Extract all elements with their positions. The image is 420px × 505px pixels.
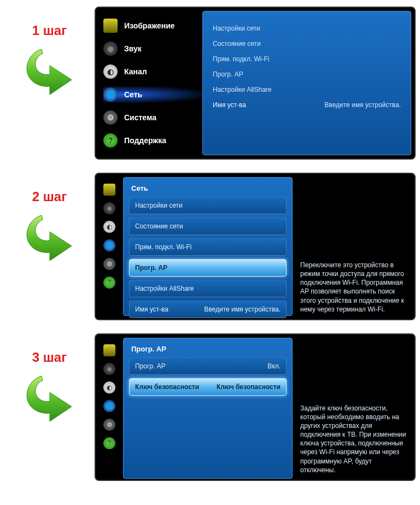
- menu-item-network[interactable]: 🌐 Сеть: [103, 86, 202, 103]
- step-arrow-icon: [20, 43, 80, 97]
- network-panel: Сеть Настройки сети Состояние сети Прям.…: [123, 177, 293, 316]
- submenu-item-status[interactable]: Состояние сети: [213, 40, 401, 48]
- step-3-label: 3 шаг: [32, 350, 67, 365]
- step-arrow-icon: [20, 209, 80, 263]
- channel-icon: ◐: [103, 64, 118, 79]
- menu-item-channel[interactable]: ◐ Канал: [103, 63, 202, 80]
- network-icon[interactable]: 🌐: [103, 239, 115, 251]
- menu-label: Изображение: [124, 21, 175, 30]
- icon-rail: ◉ ◐ 🌐 ⚙ ?: [96, 334, 123, 480]
- opt-settings[interactable]: Настройки сети: [129, 197, 287, 214]
- menu-item-sound[interactable]: ◉ Звук: [103, 40, 202, 57]
- network-icon[interactable]: 🌐: [103, 400, 115, 412]
- submenu-item-direct[interactable]: Прям. подкл. Wi-Fi: [213, 55, 401, 63]
- submenu-item-settings[interactable]: Настройки сети: [213, 25, 401, 32]
- submenu-item-softap[interactable]: Прогр. AP: [213, 71, 401, 78]
- sound-icon: ◉: [103, 42, 118, 56]
- network-icon: 🌐: [103, 87, 118, 102]
- network-submenu: Настройки сети Состояние сети Прям. подк…: [202, 11, 411, 155]
- info-text-step2: Переключите это устройство в режим точки…: [293, 174, 415, 319]
- tv-screen-step3: ◉ ◐ 🌐 ⚙ ? Прогр. AP Прогр. AP Вкл. Ключ …: [95, 333, 416, 481]
- menu-item-system[interactable]: ⚙ Система: [103, 109, 202, 126]
- menu-label: Поддержка: [124, 136, 166, 145]
- support-icon: ?: [103, 133, 118, 148]
- channel-icon[interactable]: ◐: [103, 221, 115, 233]
- step-2-label: 2 шаг: [32, 189, 67, 204]
- icon-rail: ◉ ◐ 🌐 ⚙ ?: [96, 174, 123, 319]
- opt-status[interactable]: Состояние сети: [129, 218, 287, 235]
- system-icon[interactable]: ⚙: [103, 258, 115, 270]
- opt-direct[interactable]: Прям. подкл. Wi-Fi: [129, 238, 287, 256]
- opt-devname[interactable]: Имя уст-ва Введите имя устройства.: [129, 301, 287, 318]
- support-icon[interactable]: ?: [103, 437, 115, 449]
- menu-label: Система: [124, 113, 156, 122]
- menu-item-support[interactable]: ? Поддержка: [103, 132, 202, 149]
- step-arrow-icon: [20, 369, 80, 424]
- opt-softap[interactable]: Прогр. AP: [129, 259, 287, 277]
- opt-softap-toggle[interactable]: Прогр. AP Вкл.: [129, 357, 287, 375]
- submenu-item-devname[interactable]: Имя уст-ва Введите имя устройства.: [213, 101, 401, 109]
- panel-title: Прогр. AP: [129, 344, 287, 357]
- panel-title: Сеть: [129, 183, 287, 197]
- opt-security-key[interactable]: Ключ безопасности Ключ безопасности: [129, 378, 287, 396]
- info-text-step3: Задайте ключ безопасности, который необх…: [293, 334, 415, 480]
- menu-label: Канал: [124, 67, 147, 76]
- sound-icon[interactable]: ◉: [103, 363, 115, 375]
- menu-label: Звук: [124, 44, 142, 53]
- support-icon[interactable]: ?: [103, 277, 115, 289]
- sound-icon[interactable]: ◉: [103, 202, 115, 214]
- tv-screen-step2: ◉ ◐ 🌐 ⚙ ? Сеть Настройки сети Состояние …: [95, 173, 416, 320]
- submenu-item-allshare[interactable]: Настройки AllShare: [213, 86, 401, 93]
- system-icon[interactable]: ⚙: [103, 419, 115, 431]
- system-icon: ⚙: [103, 110, 118, 125]
- picture-icon[interactable]: [103, 344, 115, 356]
- menu-item-picture[interactable]: Изображение: [103, 17, 202, 34]
- picture-icon: [103, 19, 118, 33]
- step-1-label: 1 шаг: [32, 23, 67, 38]
- tv-screen-step1: Изображение ◉ Звук ◐ Канал 🌐 Сеть ⚙ Сист…: [95, 7, 416, 160]
- picture-icon[interactable]: [103, 184, 115, 196]
- opt-allshare[interactable]: Настройки AllShare: [129, 280, 287, 297]
- softap-panel: Прогр. AP Прогр. AP Вкл. Ключ безопаснос…: [123, 338, 293, 479]
- main-menu: Изображение ◉ Звук ◐ Канал 🌐 Сеть ⚙ Сист…: [96, 8, 202, 158]
- menu-label: Сеть: [124, 90, 142, 99]
- channel-icon[interactable]: ◐: [103, 381, 115, 394]
